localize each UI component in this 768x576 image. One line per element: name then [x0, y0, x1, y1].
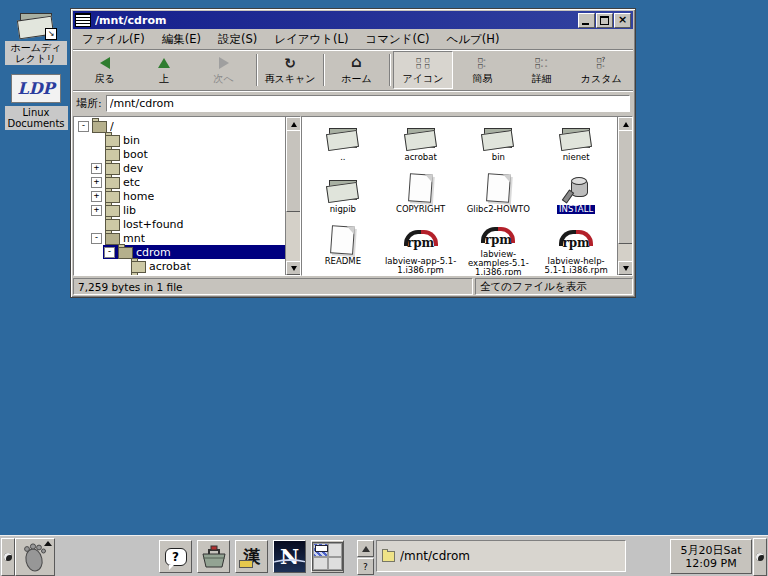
tree-row-body[interactable]: + dev	[90, 161, 285, 175]
file-item[interactable]: acrobat	[382, 121, 460, 173]
pager-help-button[interactable]: ?	[357, 558, 374, 575]
tree-row[interactable]: + etc	[74, 175, 285, 189]
menu-item[interactable]: 編集(E)	[162, 32, 201, 47]
window-menu-icon[interactable]	[75, 13, 91, 27]
applet-buttons: ? 漢 N	[159, 540, 344, 573]
tree-row[interactable]: bin	[74, 133, 285, 147]
tree-row-body[interactable]: + etc	[90, 175, 285, 189]
ldp-logo-text: LDP	[17, 79, 54, 98]
tree-row[interactable]: - mnt	[74, 231, 285, 245]
tree-row[interactable]: - /	[74, 119, 285, 133]
maximize-button[interactable]	[596, 13, 613, 28]
file-item[interactable]: bin	[460, 121, 538, 173]
close-button[interactable]	[614, 13, 631, 28]
tree-row-body[interactable]: + bin	[116, 273, 285, 276]
file-item[interactable]: Glibc2-HOWTO	[460, 173, 538, 225]
tree-row-body[interactable]: + home	[90, 189, 285, 203]
scroll-up-icon[interactable]	[618, 117, 633, 131]
tree-expander-icon[interactable]: -	[104, 247, 115, 258]
tree-row[interactable]: + home	[74, 189, 285, 203]
toolbar-button-up[interactable]: 上	[134, 51, 193, 89]
menu-item[interactable]: 設定(S)	[218, 32, 257, 47]
home-icon	[351, 55, 362, 71]
file-scrollbar[interactable]	[617, 117, 632, 275]
tree-row-body[interactable]: boot	[90, 147, 285, 161]
scroll-down-icon[interactable]	[618, 261, 633, 275]
toolbar-button-forward[interactable]: 次へ	[194, 51, 253, 89]
toolbar-button-detail-view[interactable]: 詳細	[512, 51, 571, 89]
toolbar-button-rescan[interactable]: 再スキャン	[260, 51, 319, 89]
file-item[interactable]: COPYRIGHT	[382, 173, 460, 225]
minimize-button[interactable]	[578, 13, 595, 28]
forward-icon	[219, 55, 229, 71]
task-button-mnt-cdrom[interactable]: /mnt/cdrom	[376, 540, 626, 572]
pager-up-button[interactable]	[357, 540, 374, 557]
file-item[interactable]: nienet	[537, 121, 615, 173]
scroll-down-icon[interactable]	[286, 261, 301, 275]
tree-row[interactable]: + bin	[74, 273, 285, 276]
toolbar-button-home[interactable]: ホーム	[327, 51, 386, 89]
custom-view-icon	[597, 55, 605, 71]
tree-expander-icon[interactable]: +	[91, 191, 102, 202]
file-item[interactable]: README	[304, 225, 382, 275]
menu-item[interactable]: コマンド(C)	[365, 32, 429, 47]
file-item[interactable]: ..	[304, 121, 382, 173]
pager-desktop-2[interactable]	[328, 543, 343, 557]
toolbar-button-back[interactable]: 戻る	[75, 51, 134, 89]
tree-expander-icon[interactable]: +	[91, 163, 102, 174]
file-item[interactable]: rpm labview-app-5.1-1.i386.rpm	[382, 225, 460, 275]
desktop-pager[interactable]	[311, 540, 344, 573]
file-item-label: labview-examples-5.1-1.i386.rpm	[462, 250, 534, 275]
toolbar-button-custom-view[interactable]: カスタム	[572, 51, 631, 89]
kanji-input-button[interactable]: 漢	[235, 540, 268, 573]
toolbar-button-brief-view[interactable]: 簡易	[453, 51, 512, 89]
netscape-button[interactable]: N	[273, 540, 306, 573]
tree-expander-icon[interactable]: -	[78, 121, 89, 132]
tree-row-body[interactable]: acrobat	[116, 259, 285, 273]
tree-row[interactable]: boot	[74, 147, 285, 161]
rpm-logo-text: rpm	[485, 233, 512, 247]
pager-desktop-4[interactable]	[328, 557, 343, 571]
tree-row-body[interactable]: + lib	[90, 203, 285, 217]
menu-item[interactable]: ヘルプ(H)	[447, 32, 500, 47]
tree-row-body[interactable]: - /	[77, 119, 285, 133]
tree-expander-icon[interactable]: +	[91, 205, 102, 216]
file-item[interactable]: rpm labview-help-5.1-1.i386.rpm	[537, 225, 615, 275]
tree-expander-icon[interactable]: +	[117, 275, 128, 277]
file-item[interactable]: nigpib	[304, 173, 382, 225]
pager-desktop-1[interactable]	[313, 543, 328, 557]
tree-row-body[interactable]: lost+found	[90, 217, 285, 231]
file-item[interactable]: INSTALL	[537, 173, 615, 225]
pager-desktop-3[interactable]	[313, 557, 328, 571]
menu-bar: ファイル(F)編集(E)設定(S)レイアウト(L)コマンド(C)ヘルプ(H)	[73, 29, 633, 50]
scrollbar-thumb[interactable]	[286, 130, 301, 212]
panel-hide-right-button[interactable]	[753, 538, 767, 576]
tree-row[interactable]: acrobat	[74, 259, 285, 273]
tree-item-label: lib	[123, 204, 136, 217]
tree-expander-icon[interactable]: +	[91, 177, 102, 188]
help-button[interactable]: ?	[159, 540, 192, 573]
tree-row-body[interactable]: bin	[90, 133, 285, 147]
toolbar-button-icon-view[interactable]: アイコン	[393, 51, 452, 89]
tree-row[interactable]: + dev	[74, 161, 285, 175]
panel-hide-left-button[interactable]	[1, 538, 15, 576]
tree-row[interactable]: - cdrom	[74, 245, 285, 259]
location-input[interactable]	[106, 95, 630, 112]
menu-item[interactable]: ファイル(F)	[82, 32, 145, 47]
desktop-icon-home-directory[interactable]: ↘ ホームディレクトリ	[5, 8, 67, 65]
scroll-up-icon[interactable]	[286, 117, 301, 131]
desktop-icon-linux-documents[interactable]: LDP Linux Documents	[5, 74, 67, 130]
gnome-main-menu-button[interactable]	[15, 538, 55, 576]
tree-row[interactable]: + lib	[74, 203, 285, 217]
file-item[interactable]: rpm labview-examples-5.1-1.i386.rpm	[460, 225, 538, 275]
tree-row[interactable]: lost+found	[74, 217, 285, 231]
tree-row-body[interactable]: - mnt	[90, 231, 285, 245]
scrollbar-thumb[interactable]	[618, 130, 633, 244]
tree-scrollbar[interactable]	[285, 117, 300, 275]
title-bar[interactable]: /mnt/cdrom	[73, 11, 633, 29]
tree-row-body[interactable]: - cdrom	[103, 245, 285, 259]
control-center-button[interactable]	[197, 540, 230, 573]
tree-expander-icon[interactable]: -	[91, 233, 102, 244]
status-filter: 全てのファイルを表示	[475, 278, 633, 295]
menu-item[interactable]: レイアウト(L)	[274, 32, 348, 47]
